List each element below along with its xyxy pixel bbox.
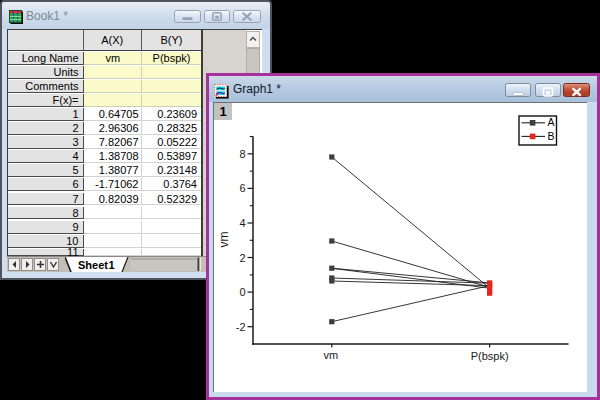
svg-text:-2: -2 xyxy=(236,321,246,333)
svg-text:2: 2 xyxy=(239,252,245,264)
svg-text:vm: vm xyxy=(217,232,231,248)
svg-text:6: 6 xyxy=(239,182,245,194)
svg-text:1: 1 xyxy=(109,259,115,271)
svg-text:P(bspk): P(bspk) xyxy=(471,350,509,362)
svg-text:vm: vm xyxy=(323,349,338,361)
svg-text:A: A xyxy=(548,116,555,128)
svg-text:8: 8 xyxy=(239,148,245,160)
svg-text:0: 0 xyxy=(239,286,245,298)
svg-text:B: B xyxy=(548,130,555,142)
svg-text:4: 4 xyxy=(239,217,245,229)
svg-text:Sheet: Sheet xyxy=(78,259,108,271)
